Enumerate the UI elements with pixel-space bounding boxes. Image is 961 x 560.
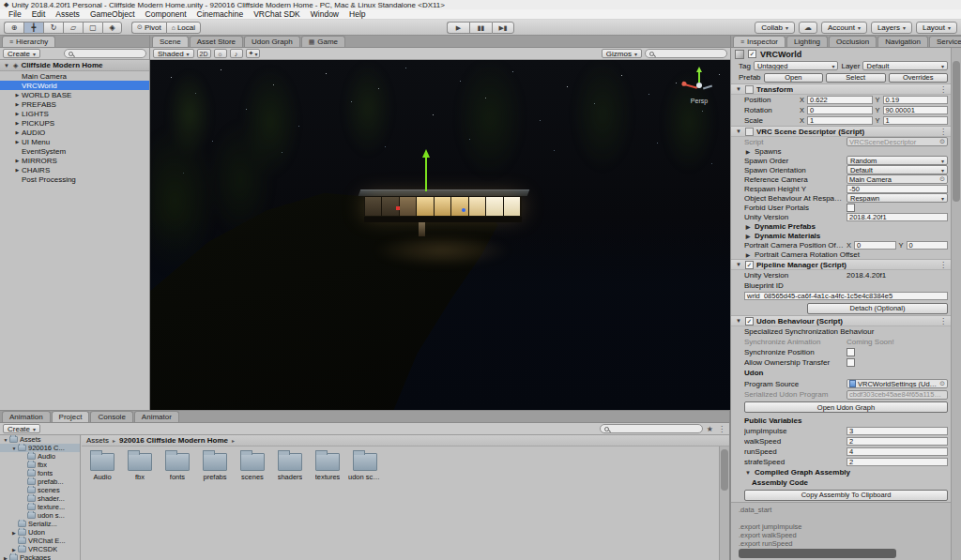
unity-version-field[interactable]: 2018.4.20f1: [847, 213, 948, 221]
foldout-closed-icon[interactable]: ▶: [13, 158, 22, 163]
tree-item-serialized[interactable]: Serializ...: [0, 520, 80, 528]
step-button[interactable]: ▶▮: [492, 22, 514, 34]
hierarchy-item-eventsystem[interactable]: EventSystem: [0, 146, 149, 156]
foldout-closed-icon[interactable]: ▶: [744, 148, 752, 155]
breadcrumb-current-folder[interactable]: 920016 Cliffside Modern Home: [119, 436, 228, 445]
tab-lighting[interactable]: Lighting: [786, 36, 828, 47]
tab-services[interactable]: Services: [929, 36, 961, 47]
persp-label[interactable]: Persp: [674, 98, 725, 104]
menu-component[interactable]: Component: [141, 9, 191, 20]
tab-animation[interactable]: Animation: [2, 411, 51, 422]
foldout-closed-icon[interactable]: ▶: [2, 555, 9, 560]
tree-item-scenes[interactable]: scenes: [0, 486, 80, 494]
z-axis-icon[interactable]: [703, 85, 712, 90]
orientation-gizmo[interactable]: Persp: [681, 66, 717, 107]
tree-item-audio[interactable]: Audio: [0, 452, 80, 461]
scale-x-field[interactable]: 1: [807, 116, 872, 125]
scale-y-field[interactable]: 1: [883, 116, 948, 125]
foldout-closed-icon[interactable]: ▶: [13, 111, 22, 116]
tree-item-assets[interactable]: ▼Assets: [0, 435, 80, 444]
project-create-dropdown[interactable]: Create▾: [3, 424, 40, 433]
hierarchy-item-post-processing[interactable]: Post Processing: [0, 174, 149, 184]
respawn-height-field[interactable]: -50: [847, 185, 948, 193]
hierarchy-item-mirrors[interactable]: ▶MIRRORS: [0, 156, 149, 165]
more-icon[interactable]: ⋮: [717, 425, 726, 433]
menu-assets[interactable]: Assets: [51, 9, 84, 20]
folder-item-udon-scripts[interactable]: udon scri...: [348, 453, 382, 481]
cliffside-house-model[interactable]: [364, 189, 526, 238]
foldout-closed-icon[interactable]: ▶: [13, 167, 22, 173]
play-button[interactable]: ▶: [447, 22, 469, 34]
transform-tool-button[interactable]: ◈: [102, 22, 122, 34]
menu-help[interactable]: Help: [344, 9, 370, 20]
foldout-closed-icon[interactable]: ▶: [744, 233, 752, 239]
hierarchy-item-audio[interactable]: ▶AUDIO: [0, 128, 149, 137]
object-picker-icon[interactable]: ⊙: [939, 138, 945, 145]
layer-dropdown[interactable]: Default▾: [862, 61, 948, 70]
tree-item-fonts[interactable]: fonts: [0, 469, 80, 477]
menu-window[interactable]: Window: [306, 9, 343, 20]
foldout-closed-icon[interactable]: ▶: [13, 139, 22, 144]
tab-console[interactable]: Console: [90, 411, 132, 422]
synchronize-position-checkbox[interactable]: [847, 348, 855, 356]
scene-asset-header[interactable]: ▼ ◈ Cliffside Modern Home: [0, 60, 149, 71]
local-toggle[interactable]: ⌂Local: [166, 22, 201, 34]
folder-item-fonts[interactable]: fonts: [160, 453, 194, 481]
foldout-open-icon[interactable]: ▼: [10, 446, 18, 451]
runspeed-field[interactable]: 4: [847, 447, 948, 456]
active-checkbox[interactable]: ✓: [748, 50, 756, 58]
cloud-button[interactable]: ☁: [799, 22, 817, 34]
folder-item-scenes[interactable]: scenes: [236, 453, 269, 481]
position-x-field[interactable]: 0.622: [807, 96, 872, 104]
menu-edit[interactable]: Edit: [27, 9, 51, 20]
tree-item-prefabs[interactable]: prefab...: [0, 477, 80, 486]
assembly-code-block[interactable]: .data_start .export jumpImpulse .export …: [731, 502, 952, 560]
tree-item-udon-scripts[interactable]: udon s...: [0, 511, 80, 520]
rotation-y-field[interactable]: 90.00001: [883, 106, 948, 114]
tree-item-920016[interactable]: ▼920016 C...: [0, 444, 80, 452]
udon-behaviour-header[interactable]: ▼ ✓ Udon Behaviour (Script) ⋮: [731, 315, 952, 326]
foldout-closed-icon[interactable]: ▶: [13, 92, 22, 98]
tree-item-shaders[interactable]: shader...: [0, 494, 80, 503]
foldout-closed-icon[interactable]: ▶: [744, 223, 752, 230]
tab-animator[interactable]: Animator: [134, 411, 179, 422]
gizmo-center-icon[interactable]: [696, 83, 702, 88]
gear-icon[interactable]: ⋮: [938, 85, 948, 94]
portrait-camera-y-field[interactable]: 0: [907, 241, 948, 250]
foldout-open-icon[interactable]: ▼: [735, 86, 742, 92]
gear-icon[interactable]: ⋮: [938, 261, 948, 269]
position-y-field[interactable]: 0.19: [883, 96, 948, 104]
hierarchy-item-pickups[interactable]: ▶PICKUPS: [0, 118, 149, 128]
scale-tool-button[interactable]: ▱: [63, 22, 83, 34]
hierarchy-item-world-base[interactable]: ▶WORLD BASE: [0, 90, 149, 99]
transform-component-header[interactable]: ▼ Transform ⋮: [731, 83, 952, 95]
menu-file[interactable]: File: [4, 9, 26, 20]
menu-cinemachine[interactable]: Cinemachine: [192, 9, 249, 20]
hierarchy-search-input[interactable]: [64, 49, 146, 58]
favorites-icon[interactable]: ★: [706, 425, 714, 433]
tag-dropdown[interactable]: Untagged▾: [754, 61, 839, 70]
hierarchy-item-vrcworld[interactable]: VRCWorld: [0, 81, 149, 90]
rotation-x-field[interactable]: 0: [807, 106, 872, 114]
breadcrumb-assets[interactable]: Assets: [86, 436, 109, 445]
blueprint-id-field[interactable]: wrld_08565d45-ca6f-4a1c-a4fc-1c5e4c8384e…: [744, 292, 948, 300]
inspector-scrollbar[interactable]: [951, 48, 961, 560]
hierarchy-item-lights[interactable]: ▶LIGHTS: [0, 109, 149, 118]
open-udon-graph-button[interactable]: Open Udon Graph: [744, 401, 948, 413]
audio-toggle[interactable]: ♪: [230, 49, 243, 58]
tree-item-packages[interactable]: ▶Packages: [0, 553, 80, 560]
menu-gameobject[interactable]: GameObject: [85, 9, 140, 20]
pause-button[interactable]: ▮▮: [469, 22, 492, 34]
tab-inspector[interactable]: ≡Inspector: [733, 36, 786, 47]
scene-viewport[interactable]: Persp: [150, 60, 730, 410]
gizmos-dropdown[interactable]: Gizmos▾: [602, 49, 642, 58]
tab-occlusion[interactable]: Occlusion: [829, 36, 877, 47]
foldout-closed-icon[interactable]: ▶: [10, 547, 18, 552]
tree-item-vrchat-examples[interactable]: VRChat E...: [0, 537, 80, 545]
collab-dropdown[interactable]: Collab▾: [755, 22, 795, 34]
folder-item-textures[interactable]: textures: [311, 453, 344, 481]
foldout-closed-icon[interactable]: ▶: [13, 101, 22, 107]
program-source-field[interactable]: VRCWorldSettings (UdonGraphProgramAsset)…: [847, 379, 948, 388]
folder-item-audio[interactable]: Audio: [85, 453, 119, 481]
pipeline-manager-header[interactable]: ▼ ✓ Pipeline Manager (Script) ⋮: [731, 259, 952, 270]
